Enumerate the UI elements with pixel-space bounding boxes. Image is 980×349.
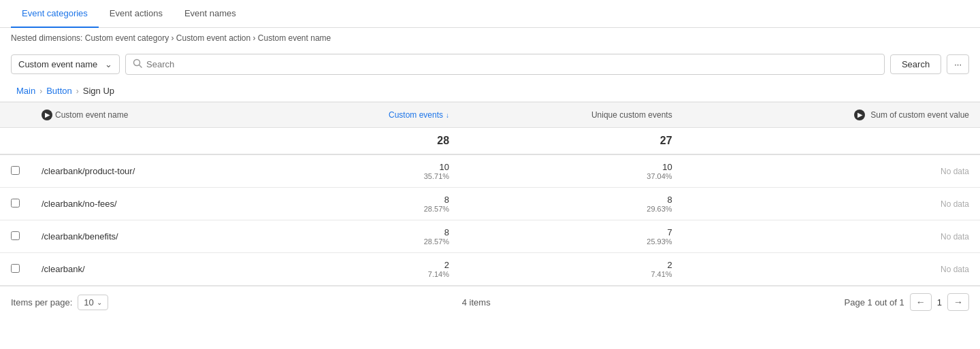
row-sum-value: No data [683, 253, 980, 286]
dimension-dropdown[interactable]: Custom event name ⌄ [11, 54, 120, 74]
row-name: /clearbank/benefits/ [31, 220, 281, 253]
table-row: /clearbank/benefits/ 8 28.57% 7 25.93% N… [0, 220, 980, 253]
table-row: /clearbank/no-fees/ 8 28.57% 8 29.63% No… [0, 188, 980, 220]
table-row: /clearbank/ 2 7.14% 2 7.41% No data [0, 253, 980, 286]
col-sum-value: ▶ Sum of custom event value [683, 103, 980, 128]
search-row: Custom event name ⌄ Search ··· [0, 48, 980, 80]
row-custom-events: 2 7.14% [281, 253, 460, 286]
breadcrumb-current: Sign Up [83, 86, 114, 96]
row-checkbox[interactable] [0, 220, 31, 253]
total-items: 4 items [108, 297, 845, 308]
row-unique-events: 8 29.63% [460, 188, 683, 220]
search-icon [133, 59, 142, 70]
more-options-button[interactable]: ··· [947, 54, 969, 74]
pagination: Page 1 out of 1 ← 1 → [845, 293, 969, 311]
breadcrumb-main[interactable]: Main [16, 86, 35, 96]
tab-event-names[interactable]: Event names [174, 0, 247, 28]
search-input[interactable] [146, 59, 877, 69]
chevron-down-icon: ⌄ [105, 59, 112, 69]
col-icon-sum: ▶ [854, 110, 865, 120]
table-row: /clearbank/product-tour/ 10 35.71% 10 37… [0, 154, 980, 188]
search-input-wrapper [125, 54, 885, 75]
row-sum-value: No data [683, 188, 980, 220]
summary-sum-cell [683, 128, 980, 155]
col-icon-name: ▶ [42, 110, 52, 120]
col-unique-events: Unique custom events [460, 103, 683, 128]
col-checkbox [0, 103, 31, 128]
prev-page-button[interactable]: ← [910, 293, 932, 311]
row-sum-value: No data [683, 220, 980, 253]
row-custom-events: 10 35.71% [281, 154, 460, 188]
svg-line-1 [140, 65, 142, 68]
per-page-dropdown[interactable]: 10 ⌄ [78, 295, 108, 310]
data-table: ▶ Custom event name Custom events ↓ Uniq… [0, 102, 980, 286]
sort-desc-icon: ↓ [446, 112, 449, 119]
summary-events-cell: 28 [281, 128, 460, 155]
tab-event-actions[interactable]: Event actions [99, 0, 174, 28]
row-unique-events: 10 37.04% [460, 154, 683, 188]
table-footer: Items per page: 10 ⌄ 4 items Page 1 out … [0, 286, 980, 318]
breadcrumb-button[interactable]: Button [46, 86, 72, 96]
col-custom-events[interactable]: Custom events ↓ [281, 103, 460, 128]
tab-event-categories[interactable]: Event categories [11, 0, 99, 28]
col-event-name: ▶ Custom event name [31, 103, 281, 128]
row-name: /clearbank/ [31, 253, 281, 286]
table-header-row: ▶ Custom event name Custom events ↓ Uniq… [0, 103, 980, 128]
row-checkbox[interactable] [0, 253, 31, 286]
summary-checkbox-cell [0, 128, 31, 155]
breadcrumb-sep-2: › [76, 86, 79, 96]
nested-dimensions: Nested dimensions: Custom event category… [0, 28, 980, 48]
row-custom-events: 8 28.57% [281, 220, 460, 253]
chevron-down-icon: ⌄ [97, 299, 102, 306]
summary-row: 28 27 [0, 128, 980, 155]
summary-name-cell [31, 128, 281, 155]
tabs-bar: Event categories Event actions Event nam… [0, 0, 980, 28]
row-sum-value: No data [683, 154, 980, 188]
search-button[interactable]: Search [890, 54, 941, 74]
row-checkbox[interactable] [0, 188, 31, 220]
row-unique-events: 7 25.93% [460, 220, 683, 253]
breadcrumb-sep-1: › [39, 86, 42, 96]
summary-unique-cell: 27 [460, 128, 683, 155]
row-unique-events: 2 7.41% [460, 253, 683, 286]
row-custom-events: 8 28.57% [281, 188, 460, 220]
next-page-button[interactable]: → [947, 293, 969, 311]
path-breadcrumb: Main › Button › Sign Up [0, 80, 980, 102]
row-name: /clearbank/no-fees/ [31, 188, 281, 220]
row-checkbox[interactable] [0, 154, 31, 188]
items-per-page: Items per page: 10 ⌄ [11, 295, 108, 310]
row-name: /clearbank/product-tour/ [31, 154, 281, 188]
